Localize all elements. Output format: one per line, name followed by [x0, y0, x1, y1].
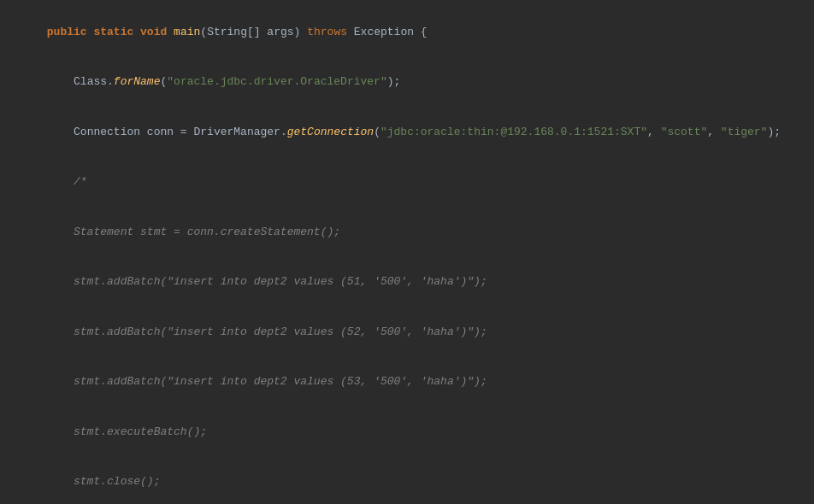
keyword-public: public [47, 26, 87, 38]
line-content-9: stmt.executeBatch(); [0, 407, 814, 457]
line-content-4: /* [0, 157, 814, 208]
code-line-7: stmt.addBatch("insert into dept2 values … [0, 307, 814, 357]
line-content-2: Class.forName("oracle.jdbc.driver.Oracle… [0, 57, 814, 108]
line-content-5: Statement stmt = conn.createStatement(); [0, 207, 814, 257]
line-content-3: Connection conn = DriverManager.getConne… [0, 107, 814, 157]
line-content-1: public static void main(String[] args) t… [0, 7, 814, 57]
line-content-10: stmt.close(); [0, 457, 814, 505]
method-main: main [174, 26, 200, 38]
code-editor: public static void main(String[] args) t… [0, 0, 814, 504]
line-content-8: stmt.addBatch("insert into dept2 values … [0, 357, 814, 407]
keyword-void: void [140, 26, 167, 38]
code-line-8: stmt.addBatch("insert into dept2 values … [0, 357, 814, 407]
keyword-static: static [93, 26, 133, 38]
code-line-1: public static void main(String[] args) t… [0, 7, 814, 57]
code-line-5: Statement stmt = conn.createStatement(); [0, 207, 814, 257]
code-line-2: Class.forName("oracle.jdbc.driver.Oracle… [0, 57, 814, 108]
line-content-7: stmt.addBatch("insert into dept2 values … [0, 307, 814, 357]
code-line-6: stmt.addBatch("insert into dept2 values … [0, 257, 814, 308]
code-line-4: /* [0, 157, 814, 208]
method-getConnection: getConnection [287, 126, 374, 138]
code-line-3: Connection conn = DriverManager.getConne… [0, 107, 814, 157]
method-forName: forName [114, 75, 161, 88]
code-line-9: stmt.executeBatch(); [0, 407, 814, 457]
code-line-10: stmt.close(); [0, 457, 814, 505]
line-content-6: stmt.addBatch("insert into dept2 values … [0, 257, 814, 308]
